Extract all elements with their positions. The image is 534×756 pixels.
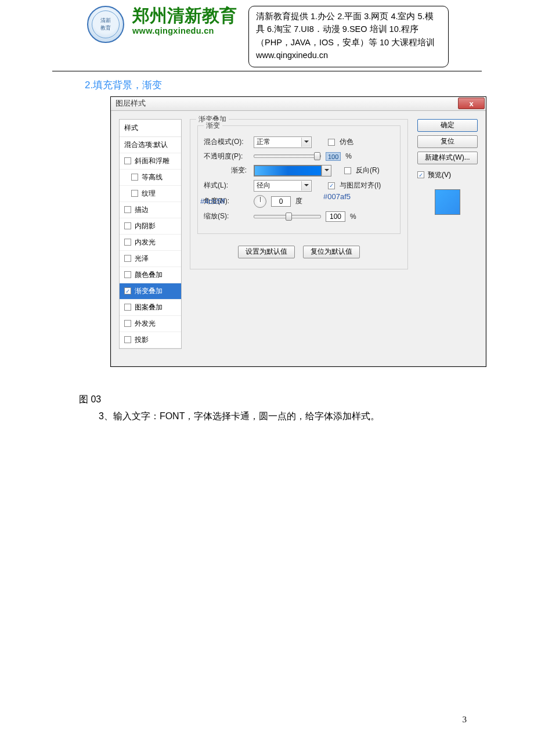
new-style-button[interactable]: 新建样式(W)...: [417, 152, 478, 164]
checkbox[interactable]: [124, 336, 131, 343]
style-item-label: 斜面和浮雕: [135, 156, 169, 166]
reverse-label: 反向(R): [356, 165, 380, 175]
scale-label: 缩放(S):: [204, 211, 249, 221]
dialog-titlebar: 图层样式 x: [111, 97, 486, 111]
percent-label: %: [345, 152, 352, 160]
blend-mode-value: 正常: [257, 137, 270, 147]
brand-en: www.qingxinedu.cn: [132, 26, 237, 36]
style-item-contour[interactable]: 等高线: [120, 170, 181, 186]
align-checkbox[interactable]: ✓: [328, 182, 335, 189]
blend-mode-label: 混合模式(O):: [204, 137, 249, 147]
style-item-satin[interactable]: 光泽: [120, 251, 181, 267]
slider-thumb[interactable]: [286, 213, 292, 221]
style-label: 样式(L):: [204, 181, 249, 190]
ok-button[interactable]: 确定: [417, 119, 478, 132]
style-item-stroke[interactable]: 描边: [120, 202, 181, 218]
gradient-preview[interactable]: [254, 165, 322, 176]
reverse-checkbox[interactable]: [344, 167, 351, 174]
style-item-label: 光泽: [135, 254, 149, 264]
figure-caption: 图 03: [79, 394, 482, 406]
opacity-label: 不透明度(P):: [204, 152, 249, 161]
preview-swatch: [435, 189, 460, 215]
style-combo[interactable]: 径向: [254, 180, 312, 192]
dither-checkbox[interactable]: [328, 139, 335, 146]
style-value: 径向: [257, 181, 270, 190]
style-item-texture[interactable]: 纹理: [120, 186, 181, 202]
inner-legend: 渐变: [204, 121, 222, 131]
preview-checkbox[interactable]: ✓: [417, 171, 424, 178]
percent-label: %: [350, 213, 356, 221]
checkbox[interactable]: ✓: [124, 287, 131, 294]
angle-dial[interactable]: [254, 195, 266, 208]
dither-label: 仿色: [340, 137, 353, 147]
style-item-label: 颜色叠加: [135, 270, 163, 280]
checkbox[interactable]: [124, 222, 131, 229]
step-3-text: 3、输入文字：FONT，字体选择卡通，圆一点的，给字体添加样式。: [99, 411, 482, 423]
styles-list: 样式 混合选项:默认 斜面和浮雕 等高线 纹理 描边 内阴影 内发光 光泽 颜色…: [119, 119, 182, 349]
gradient-editor[interactable]: [254, 165, 331, 177]
header-divider: [52, 71, 482, 71]
gradient-inner-group: 渐变 混合模式(O): 正常 仿色 不透明度(P: [197, 125, 400, 234]
brand-cn: 郑州清新教育: [132, 6, 237, 26]
checkbox[interactable]: [124, 271, 131, 278]
style-item-label: 投影: [135, 335, 149, 345]
style-item-label: 渐变叠加: [135, 286, 163, 296]
section-heading: 2.填充背景，渐变: [85, 78, 482, 92]
checkbox[interactable]: [124, 206, 131, 213]
slider-thumb[interactable]: [314, 152, 320, 160]
style-item-inner-glow[interactable]: 内发光: [120, 235, 181, 251]
opacity-slider[interactable]: [254, 154, 321, 158]
style-item-outer-glow[interactable]: 外发光: [120, 316, 181, 332]
brand-block: 郑州清新教育 www.qingxinedu.cn: [132, 6, 237, 35]
checkbox[interactable]: [131, 174, 138, 181]
chevron-down-icon: [301, 138, 311, 147]
style-item-label: 图案叠加: [135, 303, 163, 312]
styles-header: 样式: [120, 120, 181, 137]
style-item-label: 外发光: [135, 319, 156, 329]
reset-default-button[interactable]: 复位为默认值: [303, 246, 360, 258]
chevron-down-icon: [301, 181, 311, 190]
style-item-drop-shadow[interactable]: 投影: [120, 332, 181, 348]
preview-label: 预览(V): [428, 170, 451, 180]
checkbox[interactable]: [124, 304, 131, 311]
close-button[interactable]: x: [458, 98, 485, 109]
angle-input[interactable]: [271, 196, 291, 207]
hex-note-left: #4cb5ff: [200, 197, 225, 206]
dialog-title: 图层样式: [116, 98, 146, 109]
header-info-box: 清新教育提供 1.办公 2.平面 3.网页 4.室内 5.模具 6.淘宝 7.U…: [248, 6, 449, 67]
scale-slider[interactable]: [254, 215, 321, 218]
layer-style-dialog: 图层样式 x 样式 混合选项:默认 斜面和浮雕 等高线 纹理 描边 内阴影 内发…: [110, 96, 486, 367]
page-number: 3: [463, 715, 467, 725]
reset-button[interactable]: 复位: [417, 135, 478, 148]
blend-options-row[interactable]: 混合选项:默认: [120, 137, 181, 153]
hex-note-right: #007af5: [323, 192, 351, 201]
make-default-button[interactable]: 设置为默认值: [238, 246, 295, 258]
gradient-overlay-group: 渐变叠加 渐变 混合模式(O): 正常 仿色: [190, 119, 408, 269]
style-item-pattern-overlay[interactable]: 图案叠加: [120, 300, 181, 316]
style-item-inner-shadow[interactable]: 内阴影: [120, 218, 181, 235]
gradient-label: 渐变:: [204, 165, 249, 175]
blend-mode-combo[interactable]: 正常: [254, 136, 312, 148]
checkbox[interactable]: [131, 190, 138, 197]
style-item-color-overlay[interactable]: 颜色叠加: [120, 267, 181, 283]
style-item-label: 内发光: [135, 237, 156, 247]
checkbox[interactable]: [124, 320, 131, 327]
checkbox[interactable]: [124, 255, 131, 262]
checkbox[interactable]: [124, 239, 131, 246]
checkbox[interactable]: [124, 157, 131, 164]
scale-input[interactable]: [326, 211, 345, 222]
gradient-dropdown[interactable]: [322, 165, 331, 176]
style-item-bevel[interactable]: 斜面和浮雕: [120, 153, 181, 170]
opacity-value-badge: 100: [326, 152, 341, 161]
style-item-label: 描边: [135, 205, 149, 215]
style-item-gradient-overlay[interactable]: ✓渐变叠加: [120, 283, 181, 300]
style-item-label: 等高线: [142, 172, 163, 182]
style-item-label: 纹理: [142, 189, 156, 199]
brand-logo: 清新教育: [87, 6, 124, 43]
angle-unit: 度: [295, 196, 302, 206]
style-item-label: 内阴影: [135, 221, 156, 231]
align-label: 与图层对齐(I): [340, 181, 381, 190]
